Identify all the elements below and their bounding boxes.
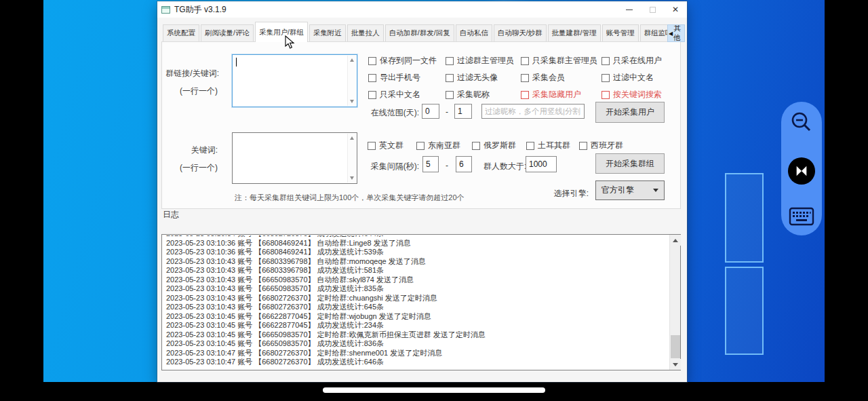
log-line: 2023-05-23 03:10:47 账号 【66802726370】 成功发… — [166, 358, 669, 367]
checkbox-label: 过滤群主管理员 — [457, 55, 514, 66]
interval-from-input[interactable] — [422, 156, 439, 172]
checkbox-box-icon[interactable] — [368, 142, 376, 150]
checkbox-label: 只采在线用户 — [613, 55, 662, 66]
zoom-out-icon[interactable] — [789, 110, 814, 134]
checkbox-box-icon[interactable] — [521, 57, 529, 65]
tab-自动聊天/炒群[interactable]: 自动聊天/炒群 — [494, 24, 547, 42]
log-line: 2023-05-23 03:10:36 账号 【66808469241】 自动给… — [166, 239, 669, 248]
textarea-scrollbar[interactable] — [347, 134, 356, 183]
interval-to-input[interactable] — [456, 156, 472, 172]
checkbox-过滤群主管理员[interactable]: 过滤群主管理员 — [446, 52, 521, 69]
tab-批量建群/管理[interactable]: 批量建群/管理 — [548, 24, 601, 42]
checkbox-box-icon[interactable] — [472, 142, 480, 150]
engine-select[interactable]: 官方引擎 — [595, 180, 665, 200]
tab-overflow-label: 其他 — [673, 24, 684, 42]
log-line: 2023-05-23 03:10:43 账号 【66802726370】 定时给… — [166, 294, 669, 303]
log-scrollbar[interactable] — [669, 235, 680, 370]
minimize-button[interactable] — [618, 1, 641, 18]
tab-系统配置[interactable]: 系统配置 — [163, 24, 199, 42]
textarea-scrollbar[interactable] — [347, 56, 356, 106]
log-line: 2023-05-23 03:10:43 账号 【66650983570】 自动给… — [166, 275, 669, 285]
group-options-row: 英文群东南亚群俄罗斯群土耳其群西班牙群 — [368, 137, 640, 154]
keywords-textarea[interactable] — [232, 132, 357, 184]
interval-label: 采集间隔(秒): — [353, 161, 419, 172]
checkbox-label: 保存到同一文件 — [380, 55, 437, 66]
tab-账号管理[interactable]: 账号管理 — [602, 24, 639, 42]
checkbox-box-icon[interactable] — [521, 74, 529, 82]
checkbox-label: 导出手机号 — [380, 72, 420, 83]
checkbox-box-icon[interactable] — [368, 91, 376, 99]
start-collect-users-button[interactable]: 开始采集用户 — [595, 102, 665, 123]
scroll-up-button[interactable] — [670, 235, 681, 246]
maximize-button[interactable] — [641, 1, 664, 18]
checkbox-过滤无头像[interactable]: 过滤无头像 — [446, 69, 521, 86]
keyboard-icon[interactable] — [789, 207, 814, 226]
close-button[interactable]: ✕ — [664, 1, 687, 18]
rdp-toolbar — [781, 102, 822, 235]
online-from-input[interactable] — [422, 104, 439, 119]
checkbox-label: 过滤无头像 — [457, 72, 498, 83]
rdp-session-icon[interactable] — [788, 157, 815, 185]
home-indicator[interactable] — [323, 387, 545, 393]
scroll-up-icon[interactable] — [350, 136, 354, 140]
checkbox-西班牙群[interactable]: 西班牙群 — [579, 137, 640, 154]
scroll-up-icon[interactable] — [350, 58, 354, 62]
checkbox-采集昵称[interactable]: 采集昵称 — [446, 86, 521, 103]
tab-刷阅读量/评论[interactable]: 刷阅读量/评论 — [201, 24, 254, 42]
checkbox-box-icon[interactable] — [446, 91, 454, 99]
log-line: 2023-05-23 03:10:36 账号 【66808469241】 成功发… — [166, 248, 669, 257]
checkbox-俄罗斯群[interactable]: 俄罗斯群 — [472, 137, 526, 154]
start-collect-groups-button[interactable]: 开始采集群组 — [595, 153, 665, 174]
scroll-down-icon[interactable] — [350, 176, 354, 180]
log-box[interactable]: 2023-05-23 03:10:34 账号 【66802726370】 成功发… — [161, 234, 681, 370]
checkbox-box-icon[interactable] — [601, 57, 610, 65]
nickname-filter-input[interactable] — [481, 104, 585, 119]
checkbox-采集会员[interactable]: 采集会员 — [521, 69, 601, 86]
checkbox-只采集群主管理员[interactable]: 只采集群主管理员 — [521, 52, 601, 69]
checkbox-导出手机号[interactable]: 导出手机号 — [368, 69, 446, 86]
checkbox-label: 土耳其群 — [538, 140, 570, 151]
tab-群组监听/客服[interactable]: 群组监听/客服 — [640, 24, 667, 42]
group-links-textarea[interactable] — [232, 54, 357, 107]
log-line: 2023-05-23 03:10:43 账号 【66802726370】 成功发… — [166, 303, 669, 312]
checkbox-box-icon[interactable] — [601, 74, 610, 82]
checkbox-采集隐藏用户[interactable]: 采集隐藏用户 — [521, 86, 601, 103]
log-line: 2023-05-23 03:10:43 账号 【66803396798】 自动给… — [166, 257, 669, 267]
checkbox-只采中文名[interactable]: 只采中文名 — [368, 86, 446, 103]
tab-自动加群/群发/回复[interactable]: 自动加群/群发/回复 — [385, 24, 454, 42]
checkbox-box-icon[interactable] — [416, 142, 425, 150]
minimize-icon — [626, 9, 633, 10]
checkbox-box-icon[interactable] — [521, 91, 529, 99]
checkbox-box-icon[interactable] — [446, 74, 454, 82]
close-icon: ✕ — [672, 5, 679, 14]
mouse-cursor — [285, 35, 295, 50]
checkbox-土耳其群[interactable]: 土耳其群 — [526, 137, 579, 154]
checkbox-按关键词搜索[interactable]: 按关键词搜索 — [601, 86, 696, 103]
tab-自动私信[interactable]: 自动私信 — [456, 24, 492, 42]
scrollbar-thumb[interactable] — [671, 335, 680, 358]
log-line: 2023-05-23 03:10:45 账号 【66650983570】 成功发… — [166, 339, 669, 349]
checkbox-box-icon[interactable] — [446, 57, 454, 65]
checkbox-box-icon[interactable] — [368, 57, 376, 65]
scroll-down-button[interactable] — [670, 359, 681, 370]
scroll-down-icon[interactable] — [350, 100, 354, 103]
checkbox-保存到同一文件[interactable]: 保存到同一文件 — [368, 52, 446, 69]
checkbox-box-icon[interactable] — [601, 91, 610, 99]
log-line: 2023-05-23 03:10:43 账号 【66650983570】 成功发… — [166, 284, 669, 294]
tab-采集用户/群组[interactable]: 采集用户/群组 — [255, 22, 308, 42]
online-to-input[interactable] — [454, 104, 472, 119]
tab-overflow[interactable]: ◀ 其他 — [667, 24, 685, 42]
min-members-input[interactable] — [526, 156, 557, 172]
checkbox-box-icon[interactable] — [368, 74, 376, 82]
checkbox-东南亚群[interactable]: 东南亚群 — [416, 137, 472, 154]
checkbox-box-icon[interactable] — [579, 142, 587, 150]
tab-scroll-left-icon[interactable]: ◀ — [669, 31, 673, 37]
checkbox-box-icon[interactable] — [526, 142, 534, 150]
checkbox-英文群[interactable]: 英文群 — [368, 137, 416, 154]
tab-采集附近[interactable]: 采集附近 — [309, 24, 346, 42]
range-dash: - — [443, 161, 451, 170]
app-window: TG助手 v3.1.9 ✕ 系统配置刷阅读量/评论采集用户/群组采集附近批量拉人… — [157, 1, 687, 382]
checkbox-过滤中文名[interactable]: 过滤中文名 — [601, 69, 696, 86]
checkbox-只采在线用户[interactable]: 只采在线用户 — [601, 52, 696, 69]
tab-批量拉人[interactable]: 批量拉人 — [347, 24, 384, 42]
